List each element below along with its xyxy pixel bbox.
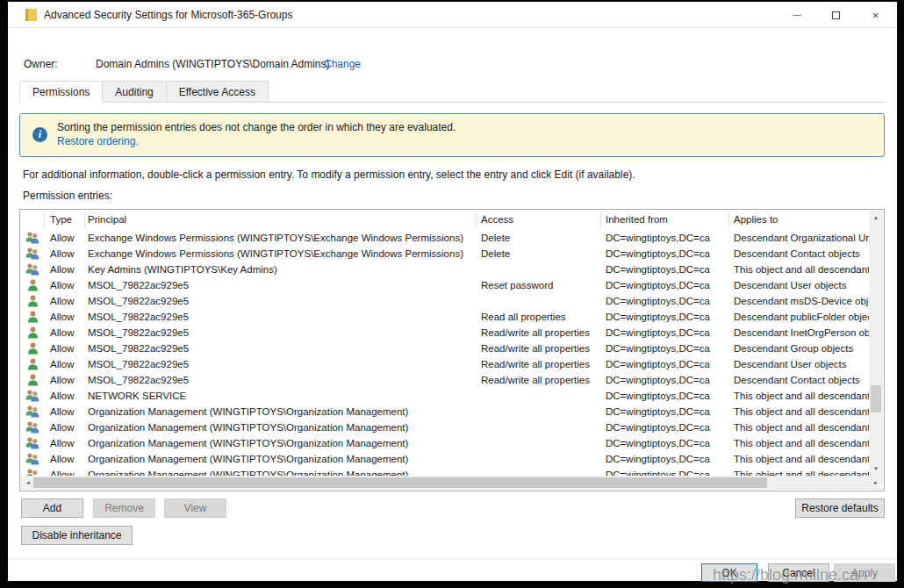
minimize-button[interactable] <box>777 2 816 28</box>
permission-rows: AllowExchange Windows Permissions (WINGT… <box>21 230 869 476</box>
header-applies-to[interactable]: Applies to <box>734 214 778 225</box>
table-row[interactable]: AllowExchange Windows Permissions (WINGT… <box>21 230 869 246</box>
cell-inherited: DC=wingtiptoys,DC=ca <box>600 248 728 259</box>
tab-bar: PermissionsAuditingEffective Access <box>19 81 886 103</box>
instructions-text: For additional information, double-click… <box>23 169 635 181</box>
horizontal-scrollbar-thumb[interactable] <box>33 477 767 488</box>
cell-access: Read all properties <box>476 312 600 322</box>
group-icon <box>21 469 44 476</box>
cell-applies: This object and all descendant <box>728 454 869 464</box>
maximize-icon <box>832 11 840 19</box>
cell-type: Allow <box>44 438 84 448</box>
group-icon <box>21 247 44 260</box>
cell-applies: Descendant User objects <box>728 280 869 290</box>
group-icon <box>21 437 44 449</box>
table-row[interactable]: AllowNETWORK SERVICEDC=wingtiptoys,DC=ca… <box>21 388 869 404</box>
table-row[interactable]: AllowOrganization Management (WINGTIPTOY… <box>21 435 869 451</box>
table-row[interactable]: AllowExchange Windows Permissions (WINGT… <box>21 246 869 262</box>
cell-type: Allow <box>44 406 84 417</box>
header-type[interactable]: Type <box>50 214 72 225</box>
table-row[interactable]: AllowOrganization Management (WINGTIPTOY… <box>21 419 869 435</box>
cell-inherited: DC=wingtiptoys,DC=ca <box>600 422 728 433</box>
cell-type: Allow <box>44 264 84 275</box>
cell-type: Allow <box>44 280 84 290</box>
header-inherited-from[interactable]: Inherited from <box>606 214 668 225</box>
owner-value: Domain Admins (WINGTIPTOYS\Domain Admins… <box>96 58 330 70</box>
restore-defaults-button[interactable]: Restore defaults <box>795 498 885 518</box>
cell-inherited: DC=wingtiptoys,DC=ca <box>600 391 728 401</box>
vertical-scrollbar[interactable]: ▲ ▼ <box>869 211 883 476</box>
cell-applies: Descendant msDS-Device obje <box>728 296 869 306</box>
cell-inherited: DC=wingtiptoys,DC=ca <box>600 470 728 476</box>
maximize-button[interactable] <box>816 2 856 28</box>
group-icon <box>21 390 44 402</box>
tab-auditing[interactable]: Auditing <box>103 81 166 103</box>
window-title: Advanced Security Settings for Microsoft… <box>44 2 292 28</box>
cell-principal: Exchange Windows Permissions (WINGTIPTOY… <box>84 233 476 243</box>
table-row[interactable]: AllowOrganization Management (WINGTIPTOY… <box>21 404 869 419</box>
restore-ordering-link[interactable]: Restore ordering. <box>57 135 139 147</box>
table-header: Type Principal Access Inherited from App… <box>21 211 869 230</box>
view-button[interactable]: View <box>164 498 226 518</box>
tab-permissions[interactable]: Permissions <box>19 81 103 103</box>
table-row[interactable]: AllowOrganization Management (WINGTIPTOY… <box>21 451 869 467</box>
group-icon <box>21 421 44 434</box>
cell-applies: Descendant Contact objects <box>728 375 869 385</box>
cell-applies: This object and all descendant <box>728 406 869 417</box>
table-row[interactable]: AllowMSOL_79822ac929e5Reset passwordDC=w… <box>21 277 869 293</box>
cell-applies: This object and all descendant <box>728 264 869 275</box>
scroll-up-icon[interactable]: ▲ <box>869 211 883 225</box>
table-row[interactable]: AllowMSOL_79822ac929e5Read/write all pro… <box>21 341 869 356</box>
cell-principal: MSOL_79822ac929e5 <box>84 375 476 385</box>
cell-principal: Key Admins (WINGTIPTOYS\Key Admins) <box>84 264 476 275</box>
cell-type: Allow <box>44 375 84 385</box>
scroll-down-icon[interactable]: ▼ <box>869 462 883 476</box>
cell-inherited: DC=wingtiptoys,DC=ca <box>600 454 728 464</box>
table-row[interactable]: AllowOrganization Management (WINGTIPTOY… <box>21 467 869 476</box>
group-icon <box>21 263 44 276</box>
table-row[interactable]: AllowMSOL_79822ac929e5Read/write all pro… <box>21 372 869 388</box>
user-icon <box>21 358 44 370</box>
table-row[interactable]: AllowKey Admins (WINGTIPTOYS\Key Admins)… <box>21 262 869 277</box>
user-icon <box>21 279 44 291</box>
cell-principal: MSOL_79822ac929e5 <box>84 280 476 290</box>
change-owner-link[interactable]: Change <box>324 58 361 70</box>
cell-access: Read/write all properties <box>476 359 600 369</box>
screenshot-frame: Advanced Security Settings for Microsoft… <box>0 0 904 588</box>
table-row[interactable]: AllowMSOL_79822ac929e5Read/write all pro… <box>21 325 869 341</box>
cell-type: Allow <box>44 312 84 322</box>
cell-applies: Descendant Organizational Uni <box>728 233 869 243</box>
add-button[interactable]: Add <box>21 498 83 518</box>
close-button[interactable]: × <box>856 2 895 28</box>
title-bar[interactable]: Advanced Security Settings for Microsoft… <box>8 2 897 28</box>
header-principal[interactable]: Principal <box>88 214 126 225</box>
table-row[interactable]: AllowMSOL_79822ac929e5DC=wingtiptoys,DC=… <box>21 293 869 309</box>
cell-applies: This object and all descendant <box>728 470 869 476</box>
table-row[interactable]: AllowMSOL_79822ac929e5Read/write all pro… <box>21 356 869 372</box>
cell-access: Read/write all properties <box>476 375 600 385</box>
vertical-scrollbar-thumb[interactable] <box>871 385 881 412</box>
table-row[interactable]: AllowMSOL_79822ac929e5Read all propertie… <box>21 309 869 325</box>
cell-type: Allow <box>44 343 84 354</box>
cell-inherited: DC=wingtiptoys,DC=ca <box>600 296 728 306</box>
cell-applies: Descendant InetOrgPerson obje <box>728 327 869 338</box>
header-access[interactable]: Access <box>481 214 513 225</box>
disable-inheritance-button[interactable]: Disable inheritance <box>21 526 133 545</box>
cell-applies: This object and all descendant <box>728 422 869 433</box>
scroll-right-icon[interactable]: ► <box>869 476 883 490</box>
cell-inherited: DC=wingtiptoys,DC=ca <box>600 233 728 243</box>
permission-entries-label: Permission entries: <box>23 190 112 202</box>
header-separator <box>728 212 729 228</box>
tab-effective-access[interactable]: Effective Access <box>167 81 269 103</box>
cell-inherited: DC=wingtiptoys,DC=ca <box>600 359 728 369</box>
horizontal-scrollbar[interactable]: ◄ ► <box>21 476 883 490</box>
header-separator <box>84 212 85 228</box>
cell-applies: Descendant Contact objects <box>728 248 869 259</box>
cell-principal: MSOL_79822ac929e5 <box>84 343 476 354</box>
cell-access: Delete <box>476 233 600 243</box>
cell-principal: Organization Management (WINGTIPTOYS\Org… <box>84 422 476 433</box>
header-separator <box>600 212 601 228</box>
cell-inherited: DC=wingtiptoys,DC=ca <box>600 375 728 385</box>
remove-button[interactable]: Remove <box>93 498 155 518</box>
cell-applies: This object and all descendant <box>728 391 869 401</box>
